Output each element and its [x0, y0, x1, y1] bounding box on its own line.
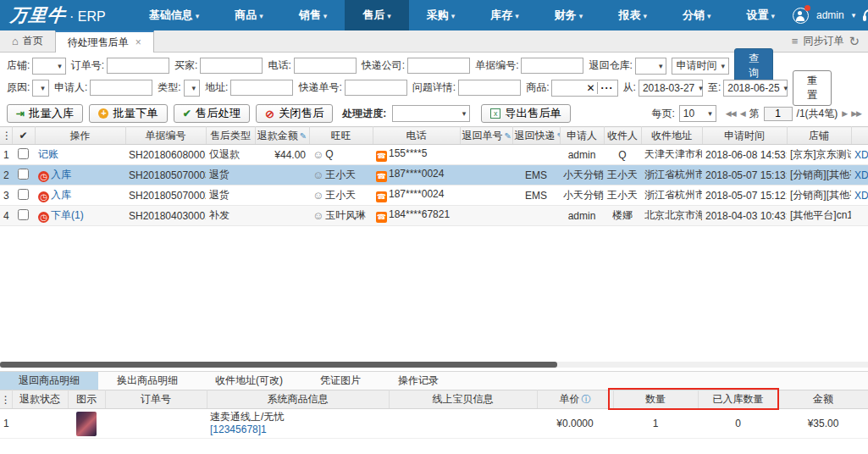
col-amount[interactable]: 金额: [778, 390, 868, 409]
col-op[interactable]: 操作: [35, 127, 125, 145]
table-row-selected[interactable]: 2 ◷入库 SH201805070003 退货 ☺王小天 ☎187****002…: [0, 165, 868, 185]
sys-order-link[interactable]: XD18: [854, 149, 868, 161]
applicant-input[interactable]: [90, 80, 152, 96]
nav-item-settings[interactable]: 设置▾: [728, 0, 793, 30]
tab-voucher-images[interactable]: 凭证图片: [301, 372, 379, 390]
reason-select[interactable]: ▾: [32, 80, 49, 97]
shop-select[interactable]: ▾: [32, 58, 65, 75]
col-applicant[interactable]: 申请人: [560, 127, 604, 145]
column-menu-icon[interactable]: ⋮: [0, 390, 12, 409]
express-no-input[interactable]: [345, 80, 407, 96]
per-page-select[interactable]: 10▾: [679, 105, 716, 122]
time-type-select[interactable]: 申请时间▾: [672, 58, 729, 75]
col-type[interactable]: 售后类型: [206, 127, 255, 145]
col-shop[interactable]: 店铺: [787, 127, 851, 145]
col-doc[interactable]: 单据编号: [125, 127, 206, 145]
product-thumbnail[interactable]: [76, 412, 97, 436]
nav-item-inventory[interactable]: 库存▾: [473, 0, 537, 30]
from-date-select[interactable]: 2018-03-27▾: [639, 80, 703, 97]
export-button[interactable]: x导出售后单: [481, 104, 571, 123]
first-page-icon[interactable]: ◀◀: [726, 109, 736, 118]
col-order-no[interactable]: 订单号: [105, 390, 207, 409]
progress-select[interactable]: ▾: [392, 105, 470, 122]
col-time[interactable]: 申请时间: [702, 127, 787, 145]
tab-home[interactable]: ⌂ 首页: [0, 30, 55, 52]
col-stocked-qty[interactable]: 已入库数量: [698, 390, 778, 409]
next-page-icon[interactable]: ▶: [842, 109, 847, 118]
phone-input[interactable]: [294, 58, 357, 74]
search-button[interactable]: 查询: [734, 48, 773, 84]
op-link-place-order[interactable]: 下单(1): [51, 209, 84, 221]
col-pic[interactable]: 图示: [68, 390, 105, 409]
address-input[interactable]: [230, 80, 293, 96]
col-qty[interactable]: 数量: [613, 390, 698, 409]
sys-order-link[interactable]: XD18: [854, 190, 868, 202]
batch-order-button[interactable]: +批量下单: [89, 104, 167, 123]
op-link-inbound[interactable]: 入库: [51, 189, 71, 201]
problem-input[interactable]: [458, 80, 521, 96]
type-select[interactable]: ▾: [184, 80, 201, 97]
col-address[interactable]: 收件地址: [641, 127, 702, 145]
buyer-input[interactable]: [200, 58, 263, 74]
op-link-inbound[interactable]: 入库: [51, 169, 71, 180]
tab-exchanged-items[interactable]: 换出商品明细: [98, 372, 196, 390]
doc-no-input[interactable]: [521, 58, 583, 74]
col-return-exp[interactable]: 退回快递✎: [512, 127, 560, 145]
batch-inbound-button[interactable]: ⇥批量入库: [7, 104, 83, 123]
username[interactable]: admin: [816, 9, 844, 21]
col-online-item-info[interactable]: 线上宝贝信息: [389, 390, 537, 409]
tab-returned-items[interactable]: 退回商品明细: [0, 372, 98, 390]
select-all-checkbox[interactable]: ✔: [12, 127, 35, 145]
nav-item-purchase[interactable]: 采购▾: [409, 0, 473, 30]
sys-order-link[interactable]: XD18: [854, 169, 868, 181]
user-avatar-icon[interactable]: [793, 8, 809, 24]
table-row[interactable]: 4 ◷下单(1) SH201804030001 补发 ☺玉叶风琳 ☎184***…: [0, 206, 868, 226]
scrollbar-thumb[interactable]: [0, 362, 557, 368]
tab-pending-aftersale[interactable]: 待处理售后单 ×: [55, 30, 154, 53]
last-page-icon[interactable]: ▶▶: [851, 109, 861, 118]
close-icon[interactable]: ×: [135, 36, 141, 48]
page-number-input[interactable]: [764, 107, 793, 121]
row-checkbox[interactable]: [18, 189, 29, 200]
col-refund-status[interactable]: 退款状态: [12, 390, 68, 409]
reset-button[interactable]: 重置: [793, 70, 832, 106]
row-checkbox[interactable]: [18, 148, 29, 159]
col-receiver[interactable]: 收件人: [604, 127, 641, 145]
nav-item-aftersale[interactable]: 售后▾: [345, 0, 409, 30]
refresh-icon[interactable]: ↻: [849, 34, 860, 49]
clear-icon[interactable]: ✕: [586, 82, 594, 94]
horizontal-scrollbar[interactable]: [0, 362, 868, 368]
nav-item-sales[interactable]: 销售▾: [281, 0, 346, 30]
product-input[interactable]: [556, 81, 584, 95]
nav-item-basic-info[interactable]: 基础信息▾: [131, 0, 218, 30]
headset-icon[interactable]: [863, 8, 868, 22]
to-date-select[interactable]: 2018-06-25▾: [723, 80, 788, 97]
row-checkbox[interactable]: [18, 169, 29, 180]
ellipsis-icon[interactable]: ···: [597, 82, 614, 94]
product-code[interactable]: [12345678]1: [210, 424, 385, 436]
detail-row[interactable]: 1 速卖通线上/无忧 [12345678]1 ¥0.0000 1 0 ¥35.0…: [0, 409, 868, 439]
nav-item-products[interactable]: 商品▾: [217, 0, 281, 30]
close-aftersale-button[interactable]: ⊘关闭售后: [256, 104, 333, 123]
chevron-down-icon[interactable]: ▾: [852, 11, 856, 19]
nav-item-finance[interactable]: 财务▾: [537, 0, 601, 30]
op-link-bookkeeping[interactable]: 记账: [38, 148, 58, 160]
nav-item-distribution[interactable]: 分销▾: [665, 0, 729, 30]
table-row[interactable]: 1 记账 SH201806080001 仅退款 ¥44.00 ☺Q ☎155**…: [0, 145, 868, 165]
table-row[interactable]: 3 ◷入库 SH201805070002 退货 ☺王小天 ☎187****002…: [0, 185, 868, 206]
product-picker[interactable]: ✕ ···: [551, 80, 617, 97]
tab-receiver-address[interactable]: 收件地址(可改): [196, 372, 301, 390]
column-menu-icon[interactable]: ⋮: [0, 127, 12, 145]
col-sys[interactable]: 系统: [851, 127, 868, 145]
express-co-input[interactable]: [407, 58, 470, 74]
return-wh-select[interactable]: ▾: [635, 58, 667, 75]
prev-page-icon[interactable]: ◀: [740, 109, 745, 118]
col-ww[interactable]: 旺旺: [309, 127, 373, 145]
row-checkbox[interactable]: [18, 209, 29, 220]
nav-item-reports[interactable]: 报表▾: [600, 0, 665, 30]
col-sys-product-info[interactable]: 系统商品信息: [207, 390, 389, 409]
aftersale-process-button[interactable]: ✔售后处理: [174, 104, 250, 123]
col-amount[interactable]: 退款金额✎: [255, 127, 309, 145]
order-no-input[interactable]: [107, 58, 169, 74]
col-unit-price[interactable]: 单价ⓘ: [537, 390, 613, 409]
